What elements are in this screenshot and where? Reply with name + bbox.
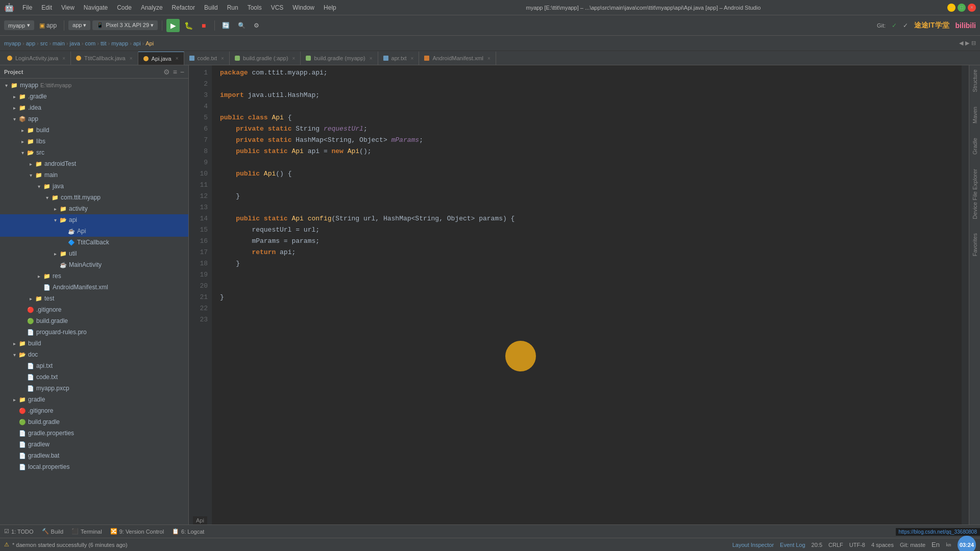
run-config-selector[interactable]: app ▾	[68, 20, 90, 30]
event-log-link[interactable]: Event Log	[780, 542, 805, 548]
sidebar-collapse-icon[interactable]: ≡	[173, 68, 177, 76]
tab-close[interactable]: ×	[62, 56, 65, 61]
tree-item-java[interactable]: 📁 java	[0, 181, 188, 192]
module-selector[interactable]: ▣ app	[36, 21, 60, 30]
tree-item-AndroidManifest[interactable]: 📄 AndroidManifest.xml	[0, 282, 188, 293]
device-selector[interactable]: 📱 Pixel 3 XL API 29 ▾	[92, 20, 158, 30]
menu-edit[interactable]: Edit	[38, 3, 55, 12]
tab-close[interactable]: ×	[176, 56, 179, 61]
breadcrumb-app[interactable]: app	[26, 40, 35, 46]
tree-item-dotidea[interactable]: 📁 .idea	[0, 102, 188, 113]
tab-terminal[interactable]: ⬛ Terminal	[71, 528, 102, 535]
menu-help[interactable]: Help	[321, 3, 339, 12]
menu-vcs[interactable]: VCS	[268, 3, 287, 12]
tab-close[interactable]: ×	[487, 56, 491, 61]
tree-item-api[interactable]: 📂 api	[0, 214, 188, 226]
tab-close[interactable]: ×	[370, 56, 373, 61]
tree-item-dotgradle[interactable]: 📁 .gradle	[0, 91, 188, 102]
tree-item-MainActivity[interactable]: ☕ MainActivity	[0, 259, 188, 270]
sync-button[interactable]: 🔄	[219, 21, 233, 30]
menu-build[interactable]: Build	[201, 3, 221, 12]
tab-close[interactable]: ×	[411, 56, 414, 61]
breadcrumb-java[interactable]: java	[70, 40, 80, 46]
tree-item-gradle-props[interactable]: 📄 gradle.properties	[0, 428, 188, 439]
maximize-button[interactable]: □	[958, 4, 966, 12]
tab-close[interactable]: ×	[130, 56, 133, 61]
tree-item-androidtest[interactable]: 📁 androidTest	[0, 158, 188, 169]
settings-button[interactable]: ⚙	[251, 21, 262, 30]
tab-AndroidManifest[interactable]: AndroidManifest.xml ×	[419, 52, 496, 65]
breadcrumb-Api[interactable]: Api	[145, 40, 154, 46]
tree-item-gradle-top[interactable]: 📁 gradle	[0, 394, 188, 405]
breadcrumb-myapp[interactable]: myapp	[4, 40, 21, 46]
menu-run[interactable]: Run	[224, 3, 241, 12]
tree-item-util[interactable]: 📁 util	[0, 248, 188, 259]
panel-favorites[interactable]: Favorites	[971, 231, 979, 258]
tab-apr-txt[interactable]: apr.txt ×	[378, 52, 420, 65]
tree-item-myapp[interactable]: 📁 myapp E:\ttit\myapp	[0, 80, 188, 91]
tab-build[interactable]: 🔨 Build	[42, 528, 63, 535]
tree-item-gitignore-app[interactable]: 🔴 .gitignore	[0, 304, 188, 315]
breadcrumb-myapp2[interactable]: myapp	[111, 40, 128, 46]
tab-LoginActivity[interactable]: LoginActivity.java ×	[2, 52, 71, 65]
tree-item-res[interactable]: 📁 res	[0, 270, 188, 282]
tab-TtitCallback[interactable]: TtitCallback.java ×	[71, 52, 138, 65]
tree-item-activity[interactable]: 📁 activity	[0, 203, 188, 214]
tree-item-build1[interactable]: 📁 build	[0, 124, 188, 136]
close-button[interactable]: ×	[968, 4, 976, 12]
panel-maven[interactable]: Maven	[971, 105, 979, 126]
tree-item-TtitCallback[interactable]: 🔷 TtitCallback	[0, 237, 188, 248]
tree-item-local-props[interactable]: 📄 local.properties	[0, 461, 188, 472]
tree-item-build-top[interactable]: 📁 build	[0, 338, 188, 349]
tab-codetxt[interactable]: code.txt ×	[184, 52, 230, 65]
sidebar-hide-icon[interactable]: −	[180, 68, 184, 76]
menu-navigate[interactable]: Navigate	[81, 3, 111, 12]
tree-item-Api-class[interactable]: ☕ Api	[0, 226, 188, 237]
menu-view[interactable]: View	[58, 3, 78, 12]
layout-inspector-link[interactable]: Layout Inspector	[732, 542, 774, 548]
breadcrumb-com[interactable]: com	[85, 40, 95, 46]
tree-item-app[interactable]: 📦 app	[0, 113, 188, 124]
tab-Api[interactable]: Api.java ×	[138, 52, 184, 65]
breadcrumb-ttit[interactable]: ttit	[101, 40, 107, 46]
breadcrumb-src[interactable]: src	[40, 40, 48, 46]
tree-item-myapp-pxcp[interactable]: 📄 myapp.pxcp	[0, 383, 188, 394]
tab-version-control[interactable]: 🔀 9: Version Control	[110, 528, 164, 535]
tree-item-buildgradle-root[interactable]: 🟢 build.gradle	[0, 416, 188, 428]
tab-build-gradle-app[interactable]: build.gradle (:app) ×	[230, 52, 301, 65]
indent[interactable]: 4 spaces	[871, 542, 894, 548]
nav-back-button[interactable]: ◀	[959, 40, 963, 46]
tab-close[interactable]: ×	[292, 56, 296, 61]
tree-item-test[interactable]: 📁 test	[0, 293, 188, 304]
search-everywhere-button[interactable]: 🔍	[235, 21, 249, 30]
tree-item-gradlew-bat[interactable]: 📄 gradlew.bat	[0, 450, 188, 461]
tab-todo[interactable]: ☑ 1: TODO	[4, 528, 34, 535]
tree-item-main[interactable]: 📁 main	[0, 169, 188, 181]
menu-file[interactable]: File	[19, 3, 35, 12]
tree-item-code-txt[interactable]: 📄 code.txt	[0, 371, 188, 383]
tree-item-buildgradle-app[interactable]: 🟢 build.gradle	[0, 315, 188, 327]
breadcrumb-api[interactable]: api	[133, 40, 141, 46]
code-editor[interactable]: 12345 678910 1112131415 1617181920 21222…	[189, 65, 969, 524]
project-selector[interactable]: myapp ▾	[4, 20, 34, 30]
panel-gradle[interactable]: Gradle	[971, 136, 979, 157]
lang-indicator[interactable]: En	[932, 541, 940, 548]
debug-button[interactable]: 🐛	[182, 19, 195, 32]
tree-item-api-txt[interactable]: 📄 api.txt	[0, 360, 188, 371]
nav-forward-button[interactable]: ▶	[965, 40, 969, 46]
tab-build-gradle-myapp[interactable]: build.gradle (myapp) ×	[301, 52, 378, 65]
breadcrumb-main[interactable]: main	[53, 40, 65, 46]
menu-tools[interactable]: Tools	[244, 3, 265, 12]
sidebar-settings-icon[interactable]: ⚙	[163, 68, 170, 76]
tree-item-doc[interactable]: 📂 doc	[0, 349, 188, 360]
menu-refactor[interactable]: Refactor	[169, 3, 198, 12]
tree-item-com-ttit-myapp[interactable]: 📁 com.ttit.myapp	[0, 192, 188, 203]
line-ending[interactable]: CRLF	[828, 542, 843, 548]
menu-analyze[interactable]: Analyze	[138, 3, 166, 12]
minimize-button[interactable]: ─	[947, 4, 955, 12]
menu-code[interactable]: Code	[114, 3, 135, 12]
panel-structure[interactable]: Structure	[971, 67, 979, 94]
tree-item-proguard[interactable]: 📄 proguard-rules.pro	[0, 327, 188, 338]
tree-item-gitignore-root[interactable]: 🔴 .gitignore	[0, 405, 188, 416]
tab-close[interactable]: ×	[221, 56, 224, 61]
